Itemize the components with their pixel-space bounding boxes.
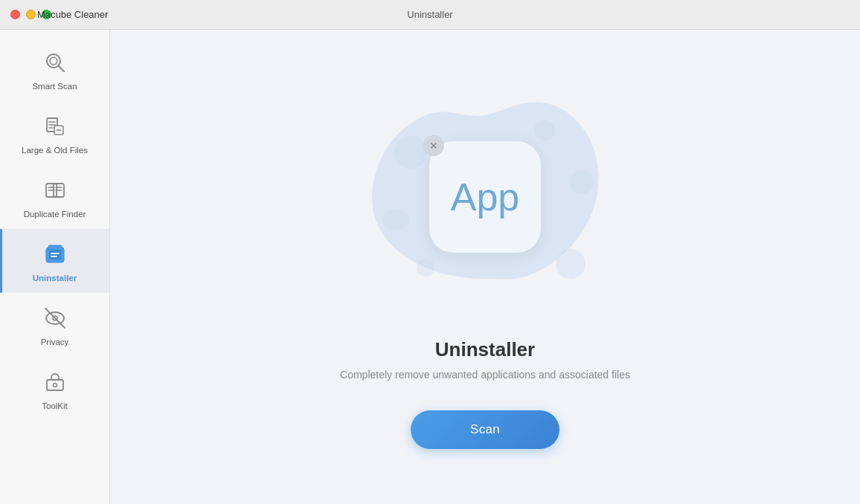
- privacy-icon: [40, 303, 70, 333]
- svg-point-25: [394, 136, 427, 169]
- sidebar-item-duplicate-label: Duplicate Finder: [24, 210, 86, 219]
- sidebar: Smart Scan Large & Old Files: [0, 30, 110, 504]
- svg-point-29: [417, 259, 434, 277]
- svg-rect-23: [47, 380, 63, 390]
- sidebar-item-large-old-label: Large & Old Files: [22, 146, 88, 155]
- app-icon-card: App: [429, 141, 541, 253]
- sidebar-item-toolkit[interactable]: ToolKit: [0, 357, 109, 421]
- large-old-files-icon: [40, 112, 70, 141]
- active-indicator: [0, 229, 2, 293]
- smart-scan-icon: [40, 48, 70, 77]
- svg-point-28: [382, 209, 409, 230]
- app-icon-wrapper: ✕ App: [429, 141, 541, 253]
- svg-point-27: [556, 249, 585, 279]
- window-title: Uninstaller: [407, 9, 452, 20]
- sidebar-item-uninstaller-label: Uninstaller: [33, 274, 77, 282]
- svg-rect-19: [48, 245, 62, 250]
- content-subtitle: Completely remove unwanted applications …: [340, 369, 630, 381]
- app-icon-text: App: [451, 175, 520, 219]
- duplicate-finder-icon: [40, 175, 70, 205]
- app-name: Macube Cleaner: [37, 9, 108, 20]
- svg-point-26: [570, 170, 594, 194]
- sidebar-item-privacy-label: Privacy: [41, 337, 69, 346]
- sidebar-item-large-old-files[interactable]: Large & Old Files: [0, 101, 109, 165]
- minimize-button[interactable]: [26, 10, 36, 19]
- sidebar-item-toolkit-label: ToolKit: [42, 401, 68, 410]
- main-layout: Smart Scan Large & Old Files: [0, 30, 860, 504]
- sidebar-item-uninstaller[interactable]: Uninstaller: [0, 229, 109, 293]
- sidebar-item-privacy[interactable]: Privacy: [0, 293, 109, 357]
- hero-area: ✕ App: [344, 71, 626, 323]
- sidebar-item-duplicate-finder[interactable]: Duplicate Finder: [0, 165, 109, 229]
- scan-button[interactable]: Scan: [411, 410, 559, 449]
- svg-point-24: [53, 384, 57, 387]
- uninstaller-icon: [40, 239, 70, 269]
- svg-line-1: [59, 66, 64, 71]
- main-content: ✕ App Uninstaller Completely remove unwa…: [110, 30, 860, 504]
- svg-point-30: [534, 120, 555, 140]
- svg-point-2: [50, 57, 57, 65]
- close-button[interactable]: [10, 10, 20, 19]
- titlebar: Macube Cleaner Uninstaller: [0, 0, 860, 30]
- badge-x-icon: ✕: [429, 140, 438, 151]
- sidebar-item-smart-scan-label: Smart Scan: [32, 82, 77, 91]
- svg-line-21: [45, 308, 65, 328]
- svg-rect-16: [49, 251, 61, 259]
- sidebar-item-smart-scan[interactable]: Smart Scan: [0, 37, 109, 101]
- toolkit-icon: [40, 367, 70, 397]
- content-title: Uninstaller: [435, 338, 535, 361]
- app-icon-badge: ✕: [423, 135, 444, 156]
